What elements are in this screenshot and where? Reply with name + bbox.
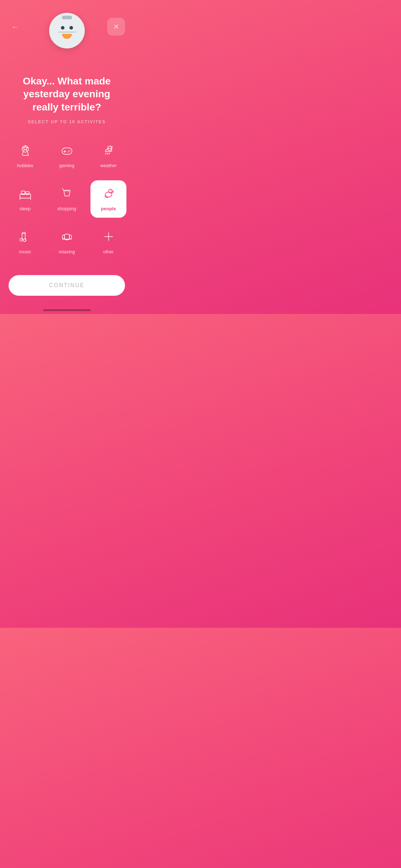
hobbies-label: hobbies (17, 163, 33, 168)
sleep-label: sleep (20, 206, 31, 211)
gaming-icon (60, 144, 74, 160)
sleep-icon (19, 187, 32, 203)
svg-point-10 (111, 146, 113, 148)
people-icon (102, 187, 115, 203)
subtitle: SELECT UP TO 10 ACTIVITES (11, 119, 123, 124)
continue-area: CONTINUE (0, 268, 134, 306)
svg-line-9 (109, 153, 110, 154)
svg-line-16 (62, 188, 64, 190)
activity-shopping[interactable]: shopping (49, 180, 85, 218)
avatar (49, 13, 85, 48)
continue-button[interactable]: CONTINUE (9, 275, 125, 296)
back-button[interactable]: ← (9, 20, 21, 34)
svg-line-24 (22, 233, 25, 234)
weather-label: weather (100, 163, 116, 168)
music-label: music (19, 249, 31, 254)
relaxing-label: relaxing (59, 249, 75, 254)
svg-point-18 (105, 192, 112, 197)
relaxing-icon (60, 230, 74, 246)
svg-rect-1 (62, 148, 72, 154)
activity-gaming[interactable]: gaming (49, 137, 85, 175)
other-label: other (103, 249, 114, 254)
home-indicator (43, 309, 91, 311)
gaming-label: gaming (59, 163, 74, 168)
svg-line-8 (107, 153, 108, 154)
close-button[interactable]: ✕ (107, 18, 125, 36)
activity-weather[interactable]: weather (90, 137, 126, 175)
svg-point-0 (22, 146, 28, 152)
other-icon (102, 230, 115, 246)
music-icon (19, 230, 32, 246)
weather-icon (102, 144, 115, 160)
activity-other[interactable]: other (90, 223, 126, 261)
question-title: Okay... What made yesterday evening real… (11, 75, 123, 114)
svg-point-4 (69, 150, 70, 151)
people-label: people (101, 206, 116, 211)
activity-music[interactable]: music (7, 223, 43, 261)
activities-grid: hobbies gaming weather (0, 124, 134, 268)
hobbies-icon (19, 144, 32, 160)
activity-relaxing[interactable]: relaxing (49, 223, 85, 261)
svg-point-5 (68, 151, 69, 153)
svg-line-7 (105, 153, 106, 154)
shopping-icon (60, 187, 74, 203)
activity-hobbies[interactable]: hobbies (7, 137, 43, 175)
shopping-label: shopping (57, 206, 76, 211)
header: ← ✕ (0, 0, 134, 36)
svg-point-19 (110, 190, 111, 191)
activity-sleep[interactable]: sleep (7, 180, 43, 218)
question-area: Okay... What made yesterday evening real… (0, 75, 134, 124)
activity-people[interactable]: people (90, 180, 126, 218)
